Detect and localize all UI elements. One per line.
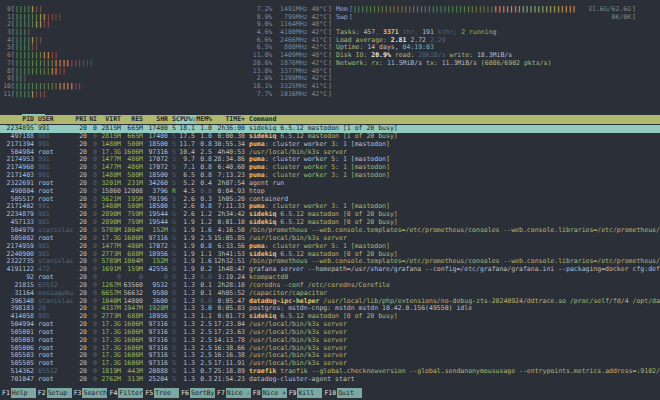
process-row-21815[interactable]: 21815655322001267M635609532S1.30.12h28:1… — [0, 282, 660, 290]
process-row-514362[interactable]: 514362655322001819M443M20888S1.30.725:18… — [0, 368, 660, 376]
cell-time: 2h28:10 — [212, 282, 245, 290]
cell-user: 472 — [34, 266, 74, 274]
cell-res: 1606M — [121, 352, 143, 360]
cell-time: 3h41:53 — [212, 251, 245, 259]
col-header-pid[interactable]: PID — [2, 115, 34, 124]
swap-meter-label: Swp — [336, 14, 349, 22]
col-header-res[interactable]: RES — [121, 115, 143, 124]
cell-shr: 17400 — [143, 133, 168, 141]
fkey-quit[interactable]: F10Quit — [322, 388, 362, 398]
process-row-505003[interactable]: 505003root20017.3G1606M97316S1.32.514:13… — [0, 337, 660, 345]
cell-shr: 97316 — [143, 235, 168, 243]
fkey-search[interactable]: F3Search — [72, 388, 108, 398]
cell-command: htop — [245, 188, 660, 196]
process-row-2174953[interactable]: 21749539912001477M486M17072S9.70.828:34.… — [0, 156, 660, 164]
cell-pri: 20 — [74, 274, 87, 282]
process-row-505505[interactable]: 505505root20017.3G1606M97316S1.32.517:11… — [0, 360, 660, 368]
col-header-command[interactable]: Command — [245, 115, 660, 124]
cell-pid: 2171402 — [2, 203, 34, 211]
process-row-505517[interactable]: 505517root2005621M195M70196S2.60.31h05:2… — [0, 196, 660, 204]
cell-s: S — [168, 376, 176, 384]
col-header-ni[interactable]: NI — [87, 115, 97, 124]
fkey-setup[interactable]: F2Setup — [36, 388, 72, 398]
fkey-label: Quit — [337, 388, 362, 398]
cpu-meter-10-text: 18.1% 3325MHz 41°C — [253, 83, 327, 91]
process-row-2171394[interactable]: 21713949912001480M500M18500S11.70.830:55… — [0, 141, 660, 149]
process-row-2234879[interactable]: 22348799912002890M759M19544S2.61.22h34:4… — [0, 211, 660, 219]
cell-mem: 1.0 — [195, 125, 212, 133]
process-row-396340[interactable]: 396340stanislas2001040M148003600S1.30.00… — [0, 298, 660, 306]
meter-pipes: || — [50, 68, 58, 75]
col-header-mem[interactable]: MEM% — [195, 115, 212, 124]
cell-user: 65532 — [34, 282, 74, 290]
fkey-help[interactable]: F1Help — [0, 388, 36, 398]
fkey-nice[interactable]: F7Nice - — [215, 388, 251, 398]
process-row-497188[interactable]: 4971889912002815M665M17400S17.51.00:00.3… — [0, 133, 660, 141]
process-row-414058[interactable]: 4140589912002773M688M18956S1.31.10:01.73… — [0, 313, 660, 321]
cell-ni: 0 — [87, 180, 97, 188]
process-row-2322691[interactable]: 2322691root2003201M231M34260S5.20.42h07:… — [0, 180, 660, 188]
process-row-504984[interactable]: 504984root20017.3G1606M97316S10.42.54h40… — [0, 149, 660, 157]
process-row-92[interactable]: 92root200000S1.30.03:19.24kcompactd0 — [0, 274, 660, 282]
col-header-shr[interactable]: SHR — [143, 115, 168, 124]
cell-command: /bin/prometheus --web.console.templates=… — [245, 258, 660, 266]
cell-pid: 2322735 — [2, 258, 34, 266]
cell-shr: 97316 — [143, 360, 168, 368]
cell-s: S — [168, 196, 176, 204]
process-row-2174960[interactable]: 21749609912001477M486M17072S7.10.86:40.6… — [0, 164, 660, 172]
process-row-2174959[interactable]: 21749599912001477M486M17072S1.90.86:33.5… — [0, 243, 660, 251]
process-table-header: PIDUSERPRINIVIRTRESSHRSCPU%▽MEM%TIME+Com… — [0, 115, 660, 124]
process-row-398183[interactable]: 398183262004337M1947M1928MS1.33.00:05.83… — [0, 305, 660, 313]
cell-s: S — [168, 258, 176, 266]
fkey-sortby[interactable]: F6SortBy — [179, 388, 215, 398]
col-header-virt[interactable]: VIRT — [97, 115, 121, 124]
cell-user: stanislas — [34, 298, 74, 306]
fkey-key: F4 — [107, 388, 118, 398]
process-row-701047[interactable]: 701047root2002762M313M25204S1.30.321:54.… — [0, 376, 660, 384]
cell-mem: 0.0 — [195, 298, 212, 306]
fkey-nice[interactable]: F8Nice + — [251, 388, 287, 398]
process-row-505503[interactable]: 505503root20017.3G1606M97316S1.32.516:16… — [0, 352, 660, 360]
process-row-457133[interactable]: 4571339912002890M759M19544S1.91.20:01.10… — [0, 219, 660, 227]
cell-pid: 2234879 — [2, 211, 34, 219]
process-row-504994[interactable]: 504994root20017.3G1606M97316S1.32.517:23… — [0, 321, 660, 329]
process-row-505001[interactable]: 505001root20017.3G1606M97316S1.32.517:23… — [0, 329, 660, 337]
col-header-user[interactable]: USER — [34, 115, 74, 124]
fkey-tree[interactable]: F5Tree — [143, 388, 179, 398]
process-row-31164[interactable]: 31164messagebus2006657M566329580S1.30.14… — [0, 290, 660, 298]
col-header-time[interactable]: TIME+ — [212, 115, 245, 124]
cell-pri: 20 — [74, 251, 87, 259]
network-line: Network: rx: 11.5MiB/s tx: 11.3MiB/s (60… — [336, 60, 636, 68]
fkey-filter[interactable]: F4Filter — [107, 388, 143, 398]
process-row-504979[interactable]: 504979stanislas2005789M1004M152MS1.91.64… — [0, 227, 660, 235]
process-row-2171403[interactable]: 21714039912001480M500M18500S6.50.87:13.2… — [0, 172, 660, 180]
cpu-meter-8-bar: |||||||||||||13.0% 3377MHz 40°C — [15, 68, 328, 76]
process-row-2322735[interactable]: 2322735stanislas2005789M1004M152MS1.91.6… — [0, 258, 660, 266]
cell-user: 991 — [34, 125, 74, 133]
process-row-2240900[interactable]: 22409009912002773M688M18956S1.91.13h41:5… — [0, 251, 660, 259]
command-seg: sidekiq — [249, 251, 276, 258]
process-row-2171402[interactable]: 21714029912001480M500M18500S2.60.87:11.3… — [0, 203, 660, 211]
cell-virt: 17.3G — [97, 321, 121, 329]
cell-cpu: 1.9 — [176, 258, 195, 266]
col-header-s[interactable]: S — [168, 115, 176, 124]
cell-s: S — [168, 211, 176, 219]
fkey-kill[interactable]: F9Kill — [287, 388, 323, 398]
cpu-meter-6-bar: |||||||||||11.0% 1409MHz 40°C — [15, 52, 328, 60]
process-row-505002[interactable]: 505002root20017.3G1606M97316S1.92.515:05… — [0, 235, 660, 243]
col-header-cpu[interactable]: CPU%▽ — [176, 115, 195, 124]
command-seg: /usr/local/bin/k3s server — [249, 149, 347, 156]
process-row-490804[interactable]: 490804root20015860120083796R4.50.00:04.9… — [0, 188, 660, 196]
cell-mem: 0.8 — [195, 156, 212, 164]
fkey-key: F7 — [215, 388, 226, 398]
process-row-2234895-selected[interactable]: 22348959912002815M665M17400S18.11.02h36:… — [0, 125, 660, 133]
process-row-505006[interactable]: 505006root20017.3G1606M97316S1.32.516:38… — [0, 345, 660, 353]
cell-user: root — [34, 235, 74, 243]
cell-pri: 20 — [74, 298, 87, 306]
col-header-pri[interactable]: PRI — [74, 115, 87, 124]
cell-shr: 19544 — [143, 219, 168, 227]
process-row-4191122[interactable]: 41911224722001691M159M42556S1.90.21h48:4… — [0, 266, 660, 274]
cell-virt: 6657M — [97, 290, 121, 298]
cell-command: puma: cluster worker 3: 1 [mastodon] — [245, 141, 660, 149]
cell-pri: 20 — [74, 376, 87, 384]
